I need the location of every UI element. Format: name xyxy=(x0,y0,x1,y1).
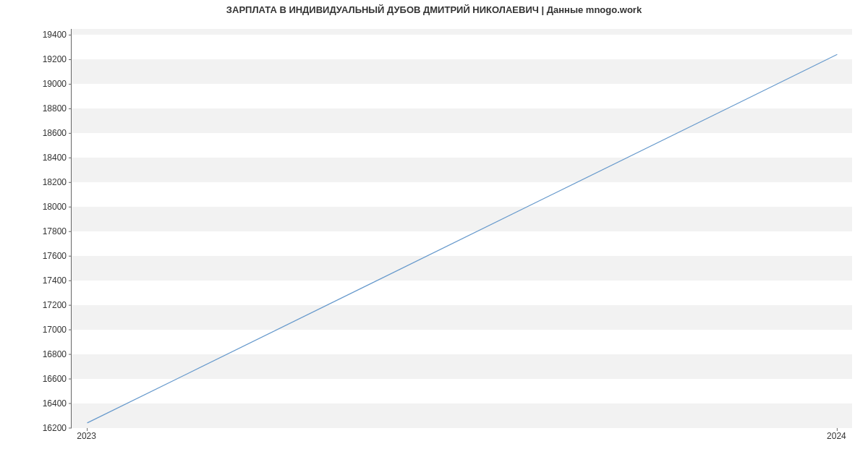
y-tick-label: 18200 xyxy=(43,177,67,187)
plot-svg xyxy=(72,29,853,428)
plot-area xyxy=(71,29,852,428)
y-tick-label: 17800 xyxy=(43,226,67,236)
x-tick-label: 2023 xyxy=(77,431,96,441)
series-line xyxy=(88,54,838,423)
y-tick-label: 17200 xyxy=(43,300,67,310)
y-tick-label: 18000 xyxy=(43,202,67,212)
chart-title: ЗАРПЛАТА В ИНДИВИДУАЛЬНЫЙ ДУБОВ ДМИТРИЙ … xyxy=(0,4,868,15)
y-tick-label: 18800 xyxy=(43,103,67,114)
y-tick-label: 17400 xyxy=(43,275,67,286)
chart-container: ЗАРПЛАТА В ИНДИВИДУАЛЬНЫЙ ДУБОВ ДМИТРИЙ … xyxy=(0,0,868,470)
y-tick-label: 16800 xyxy=(43,349,67,359)
y-tick-label: 18400 xyxy=(43,153,67,163)
y-tick-label: 19400 xyxy=(43,30,67,40)
y-tick-label: 17600 xyxy=(43,251,67,261)
y-tick-label: 16600 xyxy=(43,374,67,384)
y-tick-label: 19000 xyxy=(43,79,67,89)
y-tick-label: 17000 xyxy=(43,325,67,335)
y-tick-label: 16400 xyxy=(43,398,67,409)
y-tick-label: 18600 xyxy=(43,128,67,138)
y-tick-label: 19200 xyxy=(43,54,67,64)
x-tick-label: 2024 xyxy=(827,431,846,441)
y-tick-label: 16200 xyxy=(43,423,67,433)
